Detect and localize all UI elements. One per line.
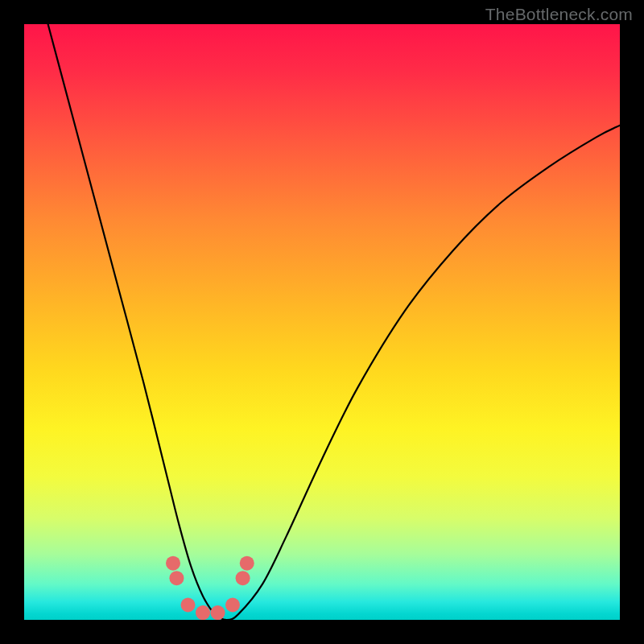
marker-dot bbox=[225, 598, 240, 613]
bottleneck-curve bbox=[48, 24, 620, 620]
marker-dot bbox=[169, 571, 184, 585]
plot-area bbox=[24, 24, 620, 620]
marker-dot bbox=[166, 556, 180, 571]
bottleneck-curve-svg bbox=[24, 24, 620, 620]
marker-dot bbox=[211, 605, 225, 620]
marker-dot bbox=[236, 571, 250, 585]
marker-dot bbox=[240, 556, 254, 571]
marker-dot bbox=[181, 598, 196, 613]
watermark-text: TheBottleneck.com bbox=[485, 5, 633, 24]
chart-container: TheBottleneck.com bbox=[0, 0, 644, 644]
marker-dot bbox=[196, 605, 210, 620]
marker-dots bbox=[166, 556, 254, 620]
